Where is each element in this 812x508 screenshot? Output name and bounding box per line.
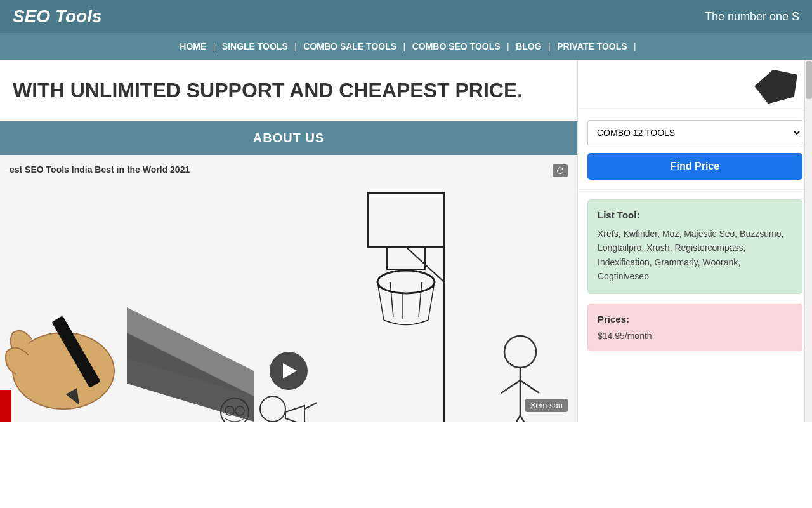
list-tool-section: List Tool: Xrefs, Kwfinder, Moz, Majesti… — [587, 199, 802, 294]
about-us-bar: ABOUT US — [0, 121, 577, 155]
prices-value: $14.95/month — [598, 331, 792, 341]
header: SEO Tools The number one S — [0, 0, 812, 33]
nav-combo-sale-tools[interactable]: COMBO SALE TOOLS — [303, 41, 396, 51]
nav-home[interactable]: HOME — [180, 41, 206, 51]
hero-text: WITH UNLIMITED SUPPORT AND CHEAPEST PRIC… — [0, 60, 577, 121]
site-title: SEO Tools — [13, 6, 102, 27]
nav-combo-seo-tools[interactable]: COMBO SEO TOOLS — [412, 41, 501, 51]
scrollbar-thumb[interactable] — [806, 61, 812, 99]
list-tool-label: List Tool: — [598, 210, 792, 220]
dropdown-section: COMBO 12 TOOLS COMBO 6 TOOLS COMBO 3 TOO… — [578, 110, 812, 190]
list-tool-text: Xrefs, Kwfinder, Moz, Majestic Seo, Buzz… — [598, 227, 792, 284]
video-time: ⏱ — [553, 164, 568, 177]
navbar: HOME | SINGLE TOOLS | COMBO SALE TOOLS |… — [0, 33, 812, 60]
video-play-button[interactable] — [270, 352, 308, 390]
combo-select[interactable]: COMBO 12 TOOLS COMBO 6 TOOLS COMBO 3 TOO… — [587, 120, 802, 145]
svg-rect-31 — [0, 390, 11, 422]
gem-decoration — [752, 64, 803, 105]
find-price-button[interactable]: Find Price — [587, 153, 802, 180]
right-panel: COMBO 12 TOOLS COMBO 6 TOOLS COMBO 3 TOO… — [577, 60, 812, 422]
nav-single-tools[interactable]: SINGLE TOOLS — [222, 41, 288, 51]
nav-blog[interactable]: BLOG — [516, 41, 541, 51]
video-next-label: Xem sau — [525, 399, 568, 412]
right-top-image — [578, 60, 812, 110]
prices-label: Prices: — [598, 314, 792, 324]
header-tagline: The number one S — [705, 10, 799, 23]
left-column: WITH UNLIMITED SUPPORT AND CHEAPEST PRIC… — [0, 60, 577, 422]
nav-private-tools[interactable]: PRIVATE TOOLS — [557, 41, 627, 51]
scrollbar[interactable] — [804, 60, 812, 422]
video-label: est SEO Tools India Best in the World 20… — [10, 164, 190, 175]
video-area: est SEO Tools India Best in the World 20… — [0, 155, 577, 422]
prices-section: Prices: $14.95/month — [587, 304, 802, 351]
main-layout: WITH UNLIMITED SUPPORT AND CHEAPEST PRIC… — [0, 60, 812, 422]
